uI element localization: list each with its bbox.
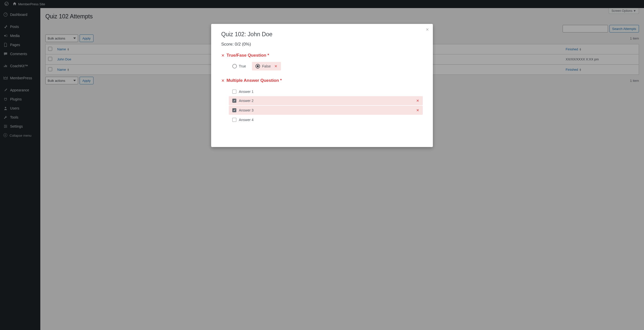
modal-title: Quiz 102: John Doe <box>221 31 423 38</box>
radio-icon <box>232 64 237 68</box>
question-title: True/Fase Question * <box>227 53 269 58</box>
wrong-icon: ✕ <box>221 78 224 83</box>
answer-label: Answer 3 <box>239 108 253 112</box>
question-block: ✕ True/Fase Question * True False ✕ <box>221 53 423 70</box>
checkbox-icon <box>232 118 236 122</box>
checkbox-icon <box>232 90 236 94</box>
question-block: ✕ Multiple Answer Question * Answer 1 An… <box>221 78 423 124</box>
radio-answer-selected: False ✕ <box>252 62 281 70</box>
modal-close-button[interactable]: × <box>426 27 429 32</box>
radio-checked-icon <box>255 64 260 68</box>
answer-label: True <box>239 64 246 68</box>
checkbox-answer: Answer 1 <box>229 87 423 96</box>
checkbox-answer: Answer 4 <box>229 115 423 124</box>
answer-label: Answer 2 <box>239 99 253 103</box>
modal-score: Score: 0/2 (0%) <box>221 42 423 47</box>
wrong-x-icon: ✕ <box>416 108 419 112</box>
modal-overlay[interactable]: × Quiz 102: John Doe Score: 0/2 (0%) ✕ T… <box>0 0 644 330</box>
answer-label: Answer 1 <box>239 90 253 94</box>
answer-label: Answer 4 <box>239 118 253 122</box>
wrong-x-icon: ✕ <box>416 99 419 103</box>
radio-answer: True <box>229 62 249 70</box>
checkbox-checked-icon <box>232 99 236 103</box>
checkbox-checked-icon <box>232 108 236 112</box>
checkbox-answer-selected: Answer 3 ✕ <box>229 106 423 115</box>
answer-label: False <box>262 64 271 68</box>
wrong-x-icon: ✕ <box>274 64 277 68</box>
question-title: Multiple Answer Question * <box>227 78 282 83</box>
wrong-icon: ✕ <box>221 53 224 58</box>
attempt-modal: × Quiz 102: John Doe Score: 0/2 (0%) ✕ T… <box>211 24 433 147</box>
checkbox-answer-selected: Answer 2 ✕ <box>229 96 423 105</box>
